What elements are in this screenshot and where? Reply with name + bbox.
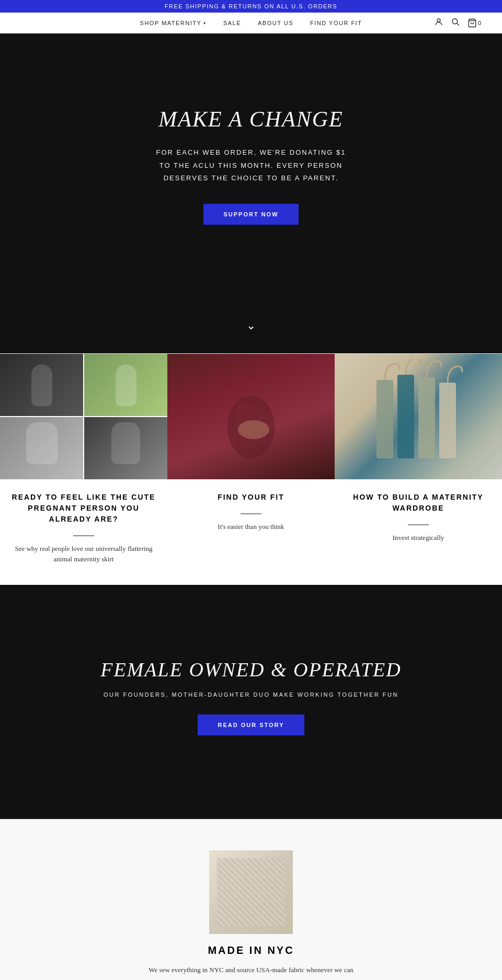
- card-2-title: FIND YOUR FIT: [207, 492, 295, 503]
- about-title: FEMALE OWNED & OPERATED: [100, 658, 401, 681]
- grid-image-4: [84, 417, 167, 479]
- card-3-title: HOW TO BUILD A MATERNITY WARDROBE: [335, 492, 502, 514]
- grid-image-1: [0, 354, 83, 416]
- hero-title: MAKE A CHANGE: [158, 107, 343, 132]
- card-1-image-grid: [0, 354, 167, 479]
- card-animal-skirt[interactable]: READY TO FEEL LIKE THE CUTE PREGNANT PER…: [0, 354, 167, 585]
- card-find-your-fit[interactable]: FIND YOUR FIT It's easier than you think: [167, 354, 335, 585]
- chevron-down-section: ⌄: [0, 308, 502, 353]
- about-section: FEMALE OWNED & OPERATED OUR FOUNDERS, MO…: [0, 585, 502, 819]
- card-1-divider: [73, 535, 94, 536]
- nyc-section: MADE IN NYC We sew everything in NYC and…: [0, 819, 502, 980]
- cards-section: READY TO FEEL LIKE THE CUTE PREGNANT PER…: [0, 353, 502, 585]
- cart-count: 0: [478, 20, 481, 26]
- nyc-fabric-image: [209, 850, 293, 934]
- nav-icon-group: 0: [434, 17, 481, 29]
- nav-links: SHOP MATERNITY ▾ SALE ABOUT US FIND YOUR…: [140, 20, 362, 26]
- account-icon[interactable]: [434, 17, 443, 29]
- hangers-svg: [366, 359, 471, 474]
- card-3-divider: [408, 524, 429, 525]
- nav-sale[interactable]: SALE: [223, 20, 241, 26]
- nyc-text: We sew everything in NYC and source USA-…: [149, 965, 353, 976]
- top-banner: FREE SHIPPING & RETURNS ON ALL U.S. ORDE…: [0, 0, 502, 13]
- card-2-subtitle: It's easier than you think: [207, 522, 294, 532]
- nav-shop-maternity[interactable]: SHOP MATERNITY ▾: [140, 20, 207, 26]
- read-our-story-button[interactable]: READ OUR STORY: [198, 714, 304, 735]
- hero-section: MAKE A CHANGE FOR EACH WEB ORDER, WE'RE …: [0, 33, 502, 308]
- card-3-subtitle: Invest strategically: [382, 533, 455, 543]
- nav-find-your-fit[interactable]: FIND YOUR FIT: [310, 20, 362, 26]
- grid-image-3: [0, 417, 83, 479]
- svg-rect-7: [376, 380, 393, 458]
- main-nav: SHOP MATERNITY ▾ SALE ABOUT US FIND YOUR…: [0, 13, 502, 33]
- cart-icon[interactable]: 0: [467, 18, 481, 28]
- svg-point-6: [238, 420, 269, 439]
- svg-point-1: [452, 19, 458, 24]
- card-2-image: [167, 354, 335, 479]
- search-icon[interactable]: [451, 17, 460, 29]
- fabric-swatch: [217, 858, 285, 926]
- belly-svg: [220, 370, 282, 464]
- svg-rect-9: [418, 377, 435, 458]
- nyc-title: MADE IN NYC: [208, 944, 294, 956]
- scroll-down-icon[interactable]: ⌄: [246, 319, 256, 332]
- card-maternity-wardrobe[interactable]: HOW TO BUILD A MATERNITY WARDROBE Invest…: [335, 354, 502, 585]
- svg-rect-10: [439, 383, 456, 458]
- support-now-button[interactable]: SUPPORT NOW: [203, 204, 298, 225]
- banner-text: FREE SHIPPING & RETURNS ON ALL U.S. ORDE…: [165, 3, 337, 9]
- svg-point-0: [437, 19, 440, 22]
- svg-line-2: [457, 24, 459, 26]
- grid-image-2: [84, 354, 167, 416]
- nav-about-us[interactable]: ABOUT US: [258, 20, 293, 26]
- card-1-title: READY TO FEEL LIKE THE CUTE PREGNANT PER…: [0, 492, 167, 525]
- about-subtitle: OUR FOUNDERS, MOTHER-DAUGHTER DUO MAKE W…: [104, 691, 398, 698]
- chevron-down-icon: ▾: [203, 21, 207, 26]
- card-1-subtitle: See why real people love our universally…: [0, 544, 167, 564]
- card-2-divider: [241, 513, 261, 514]
- svg-rect-8: [397, 375, 414, 458]
- hero-text: FOR EACH WEB ORDER, WE'RE DONATING $1 TO…: [152, 146, 350, 185]
- card-3-image: [335, 354, 502, 479]
